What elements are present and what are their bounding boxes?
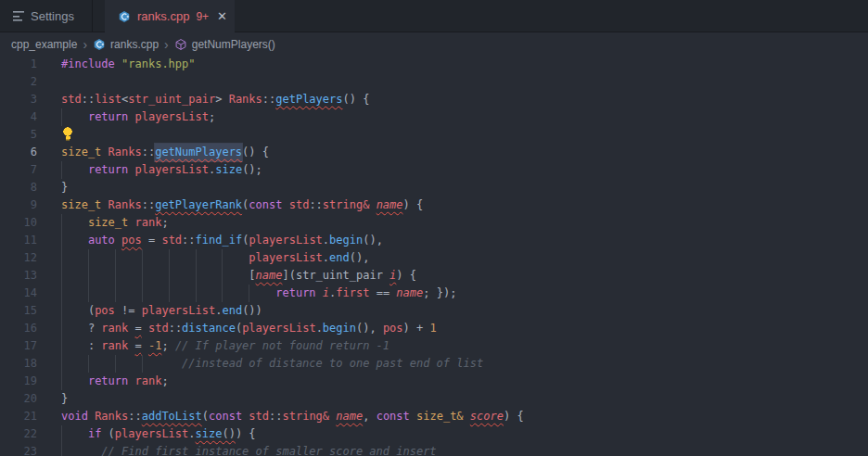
code-token — [410, 408, 416, 425]
code-line[interactable]: 16 ? rank = std::distance(playersList.be… — [0, 320, 868, 337]
code-token — [61, 214, 88, 232]
code-token — [115, 56, 121, 73]
code-token — [222, 285, 249, 302]
code-token: () { — [242, 144, 269, 161]
code-token: Ranks — [108, 196, 142, 214]
code-token: . — [316, 320, 323, 337]
code-token: . — [323, 232, 329, 249]
code-line[interactable]: 22 if (playersList.size()) { — [0, 425, 868, 443]
code-text: size_t Ranks::getPlayerRank(const std::s… — [61, 196, 423, 214]
line-number: 8 — [0, 179, 37, 196]
line-number: 21 — [0, 408, 37, 425]
code-line[interactable]: 23 // Find first instance of smaller sco… — [0, 443, 868, 456]
code-text: return playersList; — [61, 108, 215, 126]
code-text: if (playersList.size()) { — [61, 425, 256, 443]
code-token: end — [222, 302, 242, 320]
code-token — [61, 161, 88, 179]
code-token: getPlayers — [275, 91, 342, 108]
code-token: ) { — [396, 267, 416, 285]
code-token: playersList — [115, 425, 188, 443]
code-text: #include "ranks.hpp" — [61, 56, 196, 73]
code-token — [316, 285, 323, 302]
code-token: void — [61, 408, 88, 425]
code-token — [249, 285, 275, 302]
code-token: if — [88, 425, 101, 443]
code-line[interactable]: 15 (pos != playersList.end()) — [0, 302, 868, 320]
code-token: == — [369, 285, 396, 302]
code-token — [222, 267, 249, 285]
code-line[interactable]: 8} — [0, 179, 868, 196]
code-line[interactable]: 11 auto pos = std::find_if(playersList.b… — [0, 232, 868, 249]
line-number: 16 — [0, 320, 37, 337]
code-line[interactable]: 6size_t Ranks::getNumPlayers() { — [0, 144, 868, 161]
code-token — [142, 320, 148, 337]
code-token — [88, 443, 101, 456]
code-token: size_t — [88, 214, 128, 232]
code-line[interactable]: 3std::list<str_uint_pair> Ranks::getPlay… — [0, 91, 868, 108]
code-token: :: — [309, 196, 322, 214]
code-token: end — [329, 249, 350, 267]
line-number: 23 — [0, 443, 37, 456]
tab-settings[interactable]: Settings — [0, 0, 93, 32]
code-line[interactable]: 9size_t Ranks::getPlayerRank(const std::… — [0, 196, 868, 214]
code-token: > — [215, 91, 228, 108]
close-icon[interactable]: ✕ — [217, 9, 227, 23]
code-line[interactable]: 2 — [0, 73, 868, 91]
code-line[interactable]: 14 return i.first == name; }); — [0, 285, 868, 302]
lightbulb-icon — [61, 126, 74, 144]
code-token: score — [470, 408, 504, 425]
code-line[interactable]: 1#include "ranks.hpp" — [0, 56, 868, 73]
code-token: getPlayerRank — [155, 196, 242, 214]
code-line[interactable]: 19 return rank; — [0, 373, 868, 390]
line-number: 3 — [0, 91, 37, 108]
code-token: playersList — [242, 320, 315, 337]
code-token: () — [222, 425, 235, 443]
code-token: pos — [95, 302, 115, 320]
code-line[interactable]: 10 size_t rank; — [0, 214, 868, 232]
code-line[interactable]: 7 return playersList.size(); — [0, 161, 868, 179]
code-token: } — [61, 179, 68, 196]
breadcrumb-folder[interactable]: cpp_example — [11, 38, 77, 51]
code-token — [196, 285, 223, 302]
code-line[interactable]: 20} — [0, 390, 868, 408]
code-token: ; — [161, 337, 174, 355]
code-token: std — [161, 232, 182, 249]
code-token: ( — [236, 320, 242, 337]
code-text: void Ranks::addToList(const std::string&… — [61, 408, 524, 425]
breadcrumb: cpp_example › ranks.cpp › getNumPlayers(… — [0, 32, 868, 56]
tab-ranks-cpp[interactable]: ranks.cpp 9+ ✕ — [105, 0, 235, 32]
code-token: pos — [383, 320, 403, 337]
code-line[interactable]: 5 — [0, 126, 868, 144]
code-token — [142, 249, 169, 267]
breadcrumb-symbol[interactable]: getNumPlayers() — [192, 38, 275, 51]
code-line[interactable]: 4 return playersList; — [0, 108, 868, 126]
code-token: "ranks.hpp" — [121, 56, 195, 73]
code-token: i — [323, 285, 329, 302]
code-line[interactable]: 18 //instead of distance to one past end… — [0, 355, 868, 373]
code-line[interactable]: 21void Ranks::addToList(const std::strin… — [0, 408, 868, 425]
line-number: 10 — [0, 214, 37, 232]
code-token: //instead of distance to one past end of… — [182, 355, 483, 373]
code-line[interactable]: 13 [name](str_uint_pair i) { — [0, 267, 868, 285]
line-number: 17 — [0, 337, 37, 355]
problems-badge: 9+ — [196, 10, 209, 23]
code-line[interactable]: 17 : rank = -1; // If player not found r… — [0, 337, 868, 355]
code-token — [61, 108, 88, 126]
code-token — [88, 249, 115, 267]
code-token: Ranks — [229, 91, 262, 108]
code-token: ( — [242, 196, 249, 214]
code-token: playersList — [135, 161, 209, 179]
code-text: return i.first == name; }); — [61, 285, 456, 302]
code-token: ) { — [236, 425, 256, 443]
code-line[interactable]: 12 playersList.end(), — [0, 249, 868, 267]
code-token: size — [215, 161, 242, 179]
breadcrumb-file[interactable]: ranks.cpp — [110, 38, 159, 51]
code-token: . — [209, 161, 215, 179]
code-area[interactable]: 1#include "ranks.hpp"23std::list<str_uin… — [0, 56, 868, 456]
code-token — [88, 408, 95, 425]
code-token: ? — [88, 320, 101, 337]
code-token: . — [323, 249, 329, 267]
code-text: // Find first instance of smaller score … — [61, 443, 437, 456]
code-token: } — [61, 390, 68, 408]
code-token: -1 — [148, 337, 161, 355]
